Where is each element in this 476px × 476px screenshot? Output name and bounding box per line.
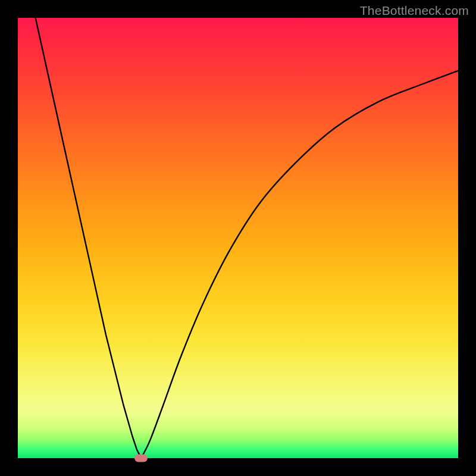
watermark-text: TheBottleneck.com [360,4,469,18]
chart-frame: TheBottleneck.com [0,0,476,476]
curve-left-branch [36,18,142,458]
curve-right-branch [141,71,458,458]
curve-layer [18,18,458,458]
bottleneck-marker [134,455,148,462]
plot-area [18,18,458,458]
